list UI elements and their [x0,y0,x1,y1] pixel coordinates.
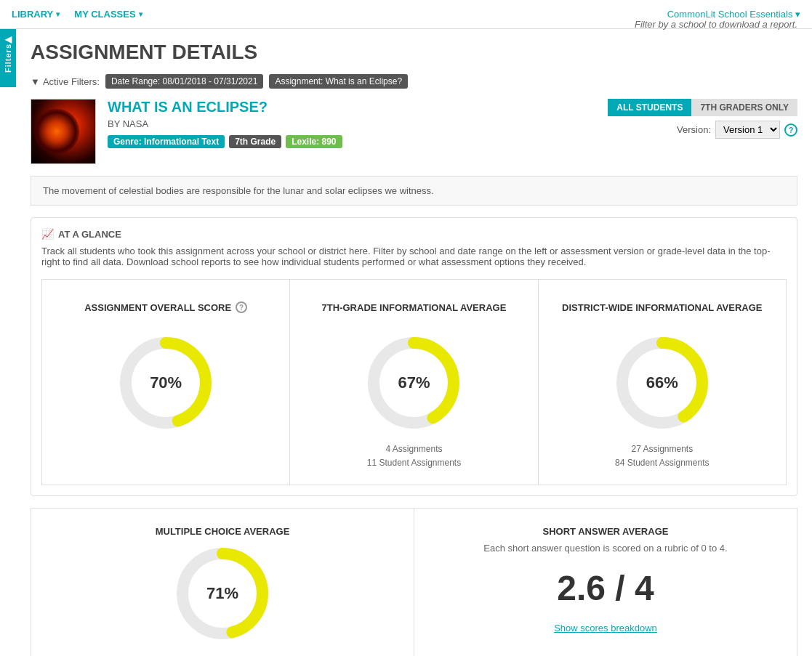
score-meta-district: 27 Assignments 84 Student Assignments [550,442,774,470]
nav-library[interactable]: LIBRARY ▾ [12,9,60,20]
version-label: Version: [677,124,711,135]
nav-my-classes-label: MY CLASSES [74,9,135,20]
btn-all-students[interactable]: ALL STUDENTS [608,99,691,116]
assignment-card: WHAT IS AN ECLIPSE? BY NASA Genre: Infor… [31,99,797,164]
score-card-district-title: DISTRICT-WIDE INFORMATIONAL AVERAGE [550,294,774,320]
main-content: ASSIGNMENT DETAILS Filter by a school to… [16,29,812,656]
nav-library-arrow: ▾ [56,10,60,18]
assignment-description: The movement of celestial bodies are res… [31,176,797,206]
student-filter-controls: ALL STUDENTS 7TH GRADERS ONLY Version: V… [608,99,797,139]
multiple-choice-title: MULTIPLE CHOICE AVERAGE [43,526,402,537]
overall-help-icon[interactable]: ? [236,301,247,313]
filter-tag-date[interactable]: Date Range: 08/01/2018 - 07/31/2021 [105,74,264,89]
eclipse-thumbnail [31,100,95,163]
short-answer-title: SHORT ANSWER AVERAGE [426,526,785,537]
score-card-overall: ASSIGNMENT OVERALL SCORE ? 70% [42,280,290,485]
btn-7th-graders[interactable]: 7TH GRADERS ONLY [691,99,797,116]
bottom-card-short-answer: SHORT ANSWER AVERAGE Each short answer q… [414,509,797,656]
show-scores-breakdown-link[interactable]: Show scores breakdown [426,623,785,633]
score-meta-7th-grade: 4 Assignments 11 Student Assignments [302,442,526,470]
score-cards: ASSIGNMENT OVERALL SCORE ? 70% 7TH-GRADE… [41,279,787,485]
active-filters-bar: ▼ Active Filters: Date Range: 08/01/2018… [31,74,797,89]
filters-label: Filters [4,44,12,73]
tag-genre: Genre: Informational Text [108,135,225,148]
donut-overall: 70% [115,332,217,434]
donut-multiple-choice: 71% [172,543,273,644]
short-answer-desc: Each short answer question is scored on … [426,543,785,554]
score-card-7th-grade: 7TH-GRADE INFORMATIONAL AVERAGE 67% 4 As… [290,280,538,485]
student-filter-buttons: ALL STUDENTS 7TH GRADERS ONLY [608,99,797,116]
donut-district: 66% [611,332,713,434]
glance-header: 📈 AT A GLANCE [41,228,787,240]
tag-lexile: Lexile: 890 [286,135,342,148]
filter-tag-assignment[interactable]: Assignment: What is an Eclipse? [269,74,408,89]
donut-7th-grade-label: 67% [398,373,430,392]
nav-school-essentials[interactable]: CommonLit School Essentials ▾ [667,9,800,20]
glance-description: Track all students who took this assignm… [41,246,787,267]
bottom-card-multiple-choice: MULTIPLE CHOICE AVERAGE 71% [31,509,414,656]
nav-library-label: LIBRARY [12,9,53,20]
nav-left: LIBRARY ▾ MY CLASSES ▾ [12,9,142,20]
active-filters-label: ▼ Active Filters: [31,76,100,87]
nav-my-classes[interactable]: MY CLASSES ▾ [74,9,142,20]
funnel-icon: ▼ [31,76,40,87]
bottom-cards: MULTIPLE CHOICE AVERAGE 71% SHORT ANSWER… [31,508,797,656]
version-select[interactable]: Version 1 [715,121,780,139]
chart-icon: 📈 [41,228,54,240]
version-help-icon[interactable]: ? [784,123,797,137]
assignment-image [31,99,96,164]
score-card-7th-grade-title: 7TH-GRADE INFORMATIONAL AVERAGE [302,294,526,320]
short-answer-score: 2.6 / 4 [426,568,785,608]
filter-note: Filter by a school to download a report. [635,19,797,30]
donut-7th-grade: 67% [363,332,465,434]
score-card-overall-title: ASSIGNMENT OVERALL SCORE ? [54,294,278,320]
filters-sidebar-toggle[interactable]: ▶ Filters [0,29,16,87]
nav-my-classes-arrow: ▾ [139,10,142,18]
version-row: Version: Version 1 ? [677,121,797,139]
glance-section: 📈 AT A GLANCE Track all students who too… [31,217,797,496]
score-card-district: DISTRICT-WIDE INFORMATIONAL AVERAGE 66% … [539,280,786,485]
tag-grade: 7th Grade [229,135,281,148]
donut-district-label: 66% [646,373,678,392]
donut-mc-label: 71% [206,584,238,603]
page-title: ASSIGNMENT DETAILS [31,41,257,64]
donut-overall-label: 70% [150,373,182,392]
